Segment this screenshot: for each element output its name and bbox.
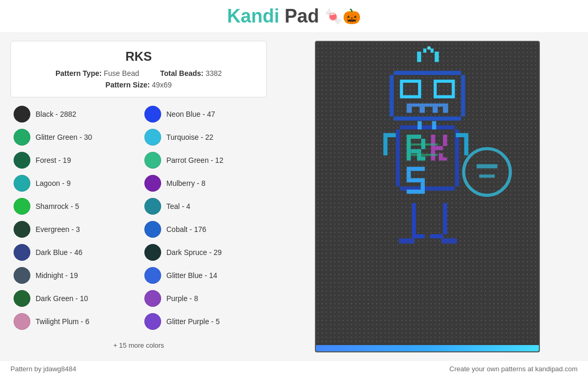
color-label: Dark Spruce - 29 <box>166 248 222 257</box>
color-label: Dark Blue - 46 <box>36 248 82 257</box>
pattern-bottom-bar <box>316 345 539 351</box>
svg-rect-14 <box>433 107 438 113</box>
color-label: Glitter Blue - 14 <box>166 271 217 280</box>
svg-rect-28 <box>443 135 447 146</box>
color-swatch <box>144 267 161 284</box>
color-label: Lagoon - 9 <box>36 179 71 187</box>
svg-rect-5 <box>394 71 461 75</box>
pattern-preview <box>315 41 540 352</box>
color-item: Lagoon - 9 <box>10 173 136 194</box>
footer-right: Create your own patterns at kandipad.com <box>449 365 578 373</box>
color-swatch <box>14 198 30 215</box>
footer-left: Pattern by jdawg8484 <box>10 365 76 373</box>
color-swatch <box>144 244 161 261</box>
svg-rect-2 <box>427 47 431 50</box>
svg-rect-53 <box>406 154 437 156</box>
svg-rect-10 <box>435 81 454 97</box>
color-item: Glitter Purple - 5 <box>141 311 267 332</box>
color-label: Cobalt - 176 <box>166 225 206 234</box>
color-swatch <box>14 152 30 169</box>
color-item: Midnight - 19 <box>10 265 136 286</box>
pattern-type: Pattern Type: Fuse Bead <box>55 69 139 77</box>
svg-rect-27 <box>435 146 443 150</box>
svg-rect-0 <box>417 52 421 62</box>
svg-rect-30 <box>443 158 447 161</box>
svg-rect-45 <box>383 137 388 156</box>
svg-rect-50 <box>399 238 415 243</box>
color-label: Turquoise - 22 <box>166 133 213 141</box>
svg-rect-52 <box>406 143 437 146</box>
svg-rect-9 <box>401 81 420 97</box>
color-item: Mulberry - 8 <box>141 173 267 194</box>
svg-rect-17 <box>396 129 400 186</box>
svg-rect-38 <box>487 164 497 169</box>
color-item: Dark Blue - 46 <box>10 242 136 263</box>
svg-rect-12 <box>406 107 412 113</box>
color-item: Cobalt - 176 <box>141 219 267 240</box>
color-label: Forest - 19 <box>36 156 71 164</box>
svg-rect-46 <box>456 133 468 137</box>
info-card: RKS Pattern Type: Fuse Bead Total Beads:… <box>10 41 267 97</box>
color-swatch <box>144 198 161 215</box>
color-swatch <box>144 313 161 330</box>
svg-rect-41 <box>412 234 425 238</box>
svg-rect-29 <box>439 153 443 161</box>
color-item: Forest - 19 <box>10 150 136 171</box>
svg-rect-42 <box>443 203 447 234</box>
color-item: Evergreen - 3 <box>10 219 136 240</box>
color-item: Black - 2882 <box>10 104 136 125</box>
color-swatch <box>144 221 161 238</box>
color-item: Purple - 8 <box>141 288 267 309</box>
svg-point-36 <box>463 149 510 195</box>
svg-rect-13 <box>420 107 425 113</box>
svg-rect-49 <box>432 121 436 129</box>
color-swatch <box>14 106 30 123</box>
color-swatch <box>14 129 30 146</box>
color-label: Mulberry - 8 <box>166 179 206 187</box>
svg-rect-32 <box>406 171 411 178</box>
color-label: Parrot Green - 12 <box>166 156 223 164</box>
color-item: Glitter Blue - 14 <box>141 265 267 286</box>
color-item: Shamrock - 5 <box>10 196 136 217</box>
color-label: Evergreen - 3 <box>36 225 80 234</box>
svg-rect-47 <box>464 137 468 156</box>
color-swatch <box>14 244 30 261</box>
svg-rect-1 <box>423 49 426 53</box>
color-label: Purple - 8 <box>166 294 198 303</box>
color-label: Twilight Plum - 6 <box>36 317 89 326</box>
color-item: Teal - 4 <box>141 196 267 217</box>
logo-pad: Pad <box>279 5 319 27</box>
color-item: Parrot Green - 12 <box>141 150 267 171</box>
pattern-size: Pattern Size: 49x69 <box>21 81 256 89</box>
main-content: RKS Pattern Type: Fuse Bead Total Beads:… <box>0 33 588 360</box>
logo-icons: 🍬🎃 <box>324 8 361 25</box>
color-label: Black - 2882 <box>36 110 76 118</box>
color-label: Glitter Green - 30 <box>36 133 92 141</box>
svg-rect-44 <box>383 133 396 137</box>
svg-rect-15 <box>443 107 448 113</box>
color-swatch <box>14 267 30 284</box>
right-panel <box>277 41 578 352</box>
svg-rect-11 <box>406 104 448 107</box>
color-item: Glitter Green - 30 <box>10 127 136 148</box>
color-swatch <box>14 221 30 238</box>
svg-rect-20 <box>406 135 411 161</box>
color-swatch <box>14 313 30 330</box>
color-swatch <box>14 175 30 192</box>
svg-rect-37 <box>477 164 487 169</box>
color-swatch <box>144 152 161 169</box>
svg-rect-16 <box>400 125 455 129</box>
color-swatch <box>144 129 161 146</box>
color-item: Dark Green - 10 <box>10 288 136 309</box>
color-item: Neon Blue - 47 <box>141 104 267 125</box>
color-label: Teal - 4 <box>166 202 190 210</box>
header: Kandi Pad 🍬🎃 <box>0 0 588 33</box>
left-panel: RKS Pattern Type: Fuse Bead Total Beads:… <box>10 41 267 352</box>
svg-rect-18 <box>455 129 459 186</box>
logo-kandi: Kandi <box>227 5 279 27</box>
color-label: Neon Blue - 47 <box>166 110 215 118</box>
pattern-title: RKS <box>21 49 256 64</box>
svg-rect-34 <box>421 182 425 190</box>
color-swatch <box>144 175 161 192</box>
svg-rect-3 <box>431 49 434 53</box>
